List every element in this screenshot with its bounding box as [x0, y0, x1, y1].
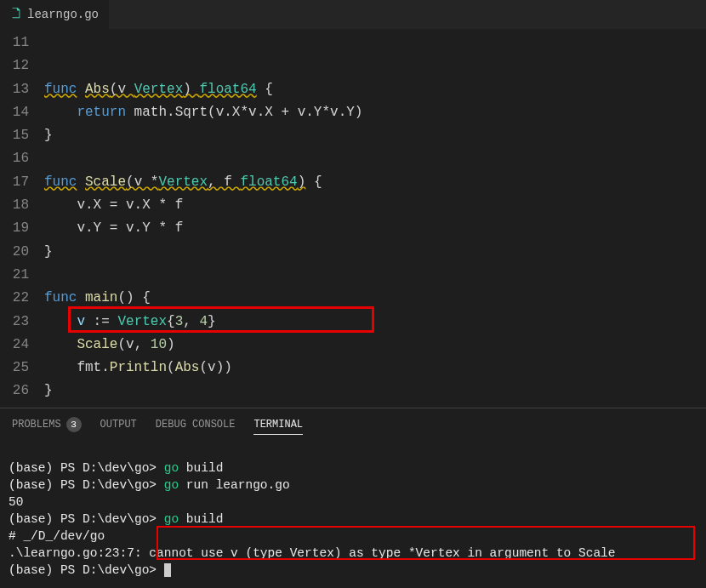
tab-label: TERMINAL — [253, 419, 303, 431]
code-content[interactable]: func Abs(v Vertex) float64 { return math… — [44, 30, 362, 408]
code-line — [44, 58, 53, 73]
code-line: } — [44, 128, 53, 143]
line-numbers: 11 12 13 14 15 16 17 18 19 20 21 22 23 2… — [0, 30, 44, 408]
code-line: } — [44, 383, 53, 398]
code-line: fmt.Println(Abs(v)) — [44, 360, 232, 375]
terminal-line: 50 — [9, 495, 23, 509]
terminal-line: (base) PS D:\dev\go> go run learngo.go — [9, 478, 290, 492]
tab-debug-console[interactable]: DEBUG CONSOLE — [156, 419, 236, 431]
code-line — [44, 407, 53, 408]
terminal-content[interactable]: (base) PS D:\dev\go> go build (base) PS … — [0, 439, 706, 588]
terminal-line: (base) PS D:\dev\go> — [9, 563, 171, 577]
code-line: return math.Sqrt(v.X*v.X + v.Y*v.Y) — [44, 105, 362, 120]
tab-terminal[interactable]: TERMINAL — [253, 419, 303, 435]
code-line — [44, 151, 53, 166]
code-line: Scale(v, 10) — [44, 337, 175, 352]
file-tab[interactable]: learngo.go — [0, 0, 109, 29]
tab-bar: learngo.go — [0, 0, 706, 30]
terminal-line: .\learngo.go:23:7: cannot use v (type Ve… — [9, 546, 616, 560]
terminal-cursor — [164, 563, 171, 577]
code-line: func Abs(v Vertex) float64 { — [44, 82, 273, 97]
code-line: v.Y = v.Y * f — [44, 220, 183, 236]
tab-filename: learngo.go — [27, 8, 99, 21]
go-file-icon — [10, 7, 22, 22]
tab-label: DEBUG CONSOLE — [156, 419, 236, 431]
tab-output[interactable]: OUTPUT — [100, 419, 137, 431]
tab-label: OUTPUT — [100, 419, 137, 431]
code-line: v.X = v.X * f — [44, 197, 183, 213]
terminal-line: (base) PS D:\dev\go> go build — [9, 512, 223, 526]
problems-badge: 3 — [66, 417, 82, 432]
code-line: func main() { — [44, 290, 151, 305]
code-line: } — [44, 244, 53, 260]
terminal-line: # _/D_/dev/go — [9, 529, 105, 543]
code-editor[interactable]: 11 12 13 14 15 16 17 18 19 20 21 22 23 2… — [0, 30, 706, 408]
tab-label: PROBLEMS — [12, 419, 61, 431]
terminal-line: (base) PS D:\dev\go> go build — [9, 461, 223, 475]
panel-tabs: PROBLEMS 3 OUTPUT DEBUG CONSOLE TERMINAL — [0, 408, 706, 439]
code-line: v := Vertex{3, 4} — [44, 314, 216, 329]
bottom-panel: PROBLEMS 3 OUTPUT DEBUG CONSOLE TERMINAL… — [0, 408, 706, 588]
code-line: func Scale(v *Vertex, f float64) { — [44, 174, 322, 190]
tab-problems[interactable]: PROBLEMS 3 — [12, 417, 82, 432]
code-line — [44, 267, 53, 283]
